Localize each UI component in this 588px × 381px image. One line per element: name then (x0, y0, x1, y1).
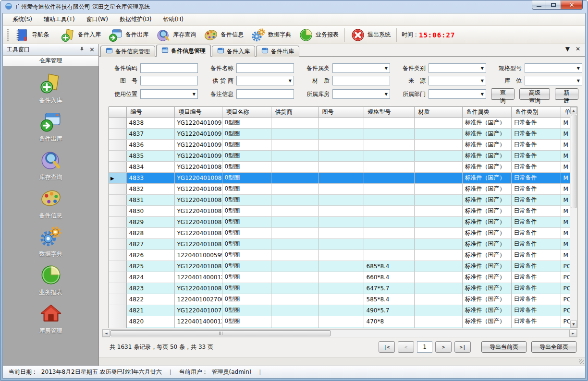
menu-item-0[interactable]: 系统(S) (7, 13, 38, 25)
column-header[interactable]: 图号 (318, 107, 364, 117)
form-input[interactable] (332, 76, 390, 85)
column-header[interactable]: 备件属类 (462, 107, 511, 117)
table-row[interactable]: 4837YG122040100920型圈标准件（国产）日常备件M (109, 128, 570, 139)
form-select[interactable]: ▼ (332, 89, 390, 99)
table-row[interactable]: 4836YG122040100910型圈标准件（国产）日常备件M (109, 139, 570, 150)
tab-2[interactable]: 备件入库 (212, 46, 255, 57)
toolbar-button-parts-info[interactable]: 备件信息 (200, 27, 247, 43)
form-select[interactable]: ▼ (429, 76, 486, 85)
column-header[interactable]: 备件类别 (511, 107, 561, 117)
table-row[interactable]: 4825YG122040100810型圈685*8.4标准件（国产）日常备件PC (109, 261, 570, 272)
table-row[interactable]: 4821YG122040100790型圈490*5.7标准件（国产）日常备件PC (109, 305, 570, 316)
table-row[interactable]: 482412204014000120型圈660*8.4标准件（国产）日常备件PC (109, 272, 570, 283)
form-input[interactable] (140, 63, 198, 73)
toolbar-button-navbar[interactable]: 导航条 (11, 27, 53, 43)
query-button[interactable]: 查询 (491, 88, 514, 100)
sidebar-item-parts-outbound[interactable]: 备件出库 (20, 110, 82, 143)
table-row[interactable]: 4827YG122040100820型圈标准件（国产）日常备件M (109, 238, 570, 250)
toolbar-button-parts-outbound[interactable]: 备件出库 (105, 27, 152, 43)
sidebar-item-business-report[interactable]: 业务报表 (20, 264, 82, 297)
form-select[interactable]: ▼ (429, 63, 486, 73)
form-input[interactable] (140, 76, 198, 85)
horizontal-scroll-thumb[interactable] (110, 330, 331, 336)
tab-0[interactable]: 备件信息管理 (100, 46, 155, 57)
scroll-left-icon[interactable]: ◄ (102, 330, 110, 337)
row-indicator[interactable] (109, 283, 126, 294)
row-indicator[interactable] (109, 227, 126, 238)
table-row[interactable]: 4831YG122040100860型圈标准件（国产）日常备件M (109, 194, 570, 205)
menu-item-1[interactable]: 辅助工具(T) (38, 13, 81, 25)
toolbar-button-stock-query[interactable]: 库存查询 (152, 27, 200, 43)
minimize-button[interactable] (532, 0, 546, 10)
row-indicator[interactable] (109, 216, 126, 227)
row-indicator[interactable]: ▶ (109, 172, 126, 183)
table-row[interactable]: 482012204014000130型圈470*8标准件（国产）日常备件PC (109, 316, 570, 327)
scroll-up-icon[interactable]: ▲ (570, 107, 577, 114)
table-row[interactable]: 4830YG122040100850型圈标准件（国产）日常备件M (109, 205, 570, 216)
row-indicator[interactable] (109, 161, 126, 172)
advanced-query-button[interactable]: 高级查询 (519, 88, 550, 100)
table-row[interactable]: 4829YG122040100840型圈标准件（国产）日常备件M (109, 216, 570, 227)
pin-icon[interactable] (79, 47, 85, 53)
form-select[interactable]: ▼ (236, 76, 294, 85)
column-header[interactable]: 项目编号 (174, 107, 222, 117)
prev-page-button[interactable]: < (398, 341, 414, 353)
row-indicator[interactable] (109, 117, 126, 128)
row-indicator[interactable] (109, 238, 126, 250)
menu-item-4[interactable]: 帮助(H) (158, 13, 189, 25)
sidebar-close-icon[interactable]: ✕ (89, 46, 95, 53)
scroll-right-icon[interactable]: ► (569, 330, 577, 337)
form-select[interactable]: ▼ (140, 89, 198, 99)
sidebar-item-stock-query[interactable]: 库存查询 (20, 149, 82, 181)
form-input[interactable] (236, 63, 294, 73)
column-header[interactable]: 供货商 (271, 107, 318, 117)
row-indicator[interactable] (109, 305, 126, 316)
table-row[interactable]: 4834YG122040100890型圈标准件（国产）日常备件M (109, 161, 570, 172)
column-header[interactable]: 规格型号 (364, 107, 414, 117)
maximize-button[interactable] (546, 0, 561, 10)
row-indicator[interactable] (109, 205, 126, 216)
resize-grip[interactable] (579, 359, 584, 364)
row-indicator[interactable] (109, 250, 126, 261)
scroll-down-icon[interactable]: ▼ (570, 321, 577, 328)
new-button[interactable]: 新建 (555, 88, 578, 100)
tab-list-chevron-down-icon[interactable]: ▼ (565, 46, 570, 52)
next-page-button[interactable]: > (435, 341, 452, 353)
row-indicator[interactable] (109, 194, 126, 205)
table-row[interactable]: 482612204010005990型圈标准件（国产）日常备件M (109, 250, 570, 261)
table-row[interactable]: ▶4833YG122040100880型圈标准件（国产）日常备件M (109, 172, 570, 183)
form-select[interactable]: ▼ (525, 63, 582, 73)
row-indicator[interactable] (109, 272, 126, 283)
sidebar-group-header[interactable]: 仓库管理 (3, 56, 98, 66)
export-current-page-button[interactable]: 导出当前页 (481, 341, 527, 353)
sidebar-item-parts-info[interactable]: 备件信息 (20, 187, 82, 220)
toolbar-button-business-report[interactable]: 业务报表 (295, 27, 343, 43)
sidebar-item-parts-inbound[interactable]: 备件入库 (20, 72, 82, 105)
menu-item-2[interactable]: 窗口(W) (81, 13, 114, 25)
column-header[interactable]: 单位 (561, 107, 570, 117)
row-indicator[interactable] (109, 139, 126, 150)
tab-close-icon[interactable]: ✕ (576, 46, 580, 52)
last-page-button[interactable]: >| (454, 341, 471, 353)
table-row[interactable]: 4838YG122040100930型圈标准件（国产）日常备件M (109, 117, 570, 128)
menu-item-3[interactable]: 数据维护(D) (114, 13, 158, 25)
form-select[interactable]: ▼ (429, 89, 486, 99)
table-row[interactable]: 4832YG122040100870型圈标准件（国产）日常备件M (109, 183, 570, 194)
vertical-scrollbar[interactable]: ▲ ▼ (570, 107, 577, 328)
row-indicator[interactable] (109, 261, 126, 272)
table-row[interactable]: 4823YG122040100800型圈647*5.7标准件（国产）日常备件PC (109, 283, 570, 294)
row-indicator[interactable] (109, 294, 126, 305)
horizontal-scrollbar[interactable]: ◄ ► (102, 329, 577, 337)
toolbar-button-exit-system[interactable]: 退出系统 (347, 27, 394, 43)
form-input[interactable] (236, 89, 294, 99)
first-page-button[interactable]: |< (379, 341, 395, 353)
table-row[interactable] (109, 327, 570, 328)
tab-3[interactable]: 备件出库 (256, 46, 299, 57)
row-indicator[interactable] (109, 150, 126, 161)
tab-1[interactable]: 备件信息管理 (156, 45, 211, 57)
toolbar-button-data-dictionary[interactable]: 数据字典 (247, 27, 295, 43)
form-select[interactable]: ▼ (332, 63, 390, 73)
form-select[interactable]: ▼ (525, 76, 582, 85)
close-button[interactable]: ✕ (561, 0, 583, 10)
table-row[interactable]: 4835YG122040100900型圈标准件（国产）日常备件M (109, 150, 570, 161)
